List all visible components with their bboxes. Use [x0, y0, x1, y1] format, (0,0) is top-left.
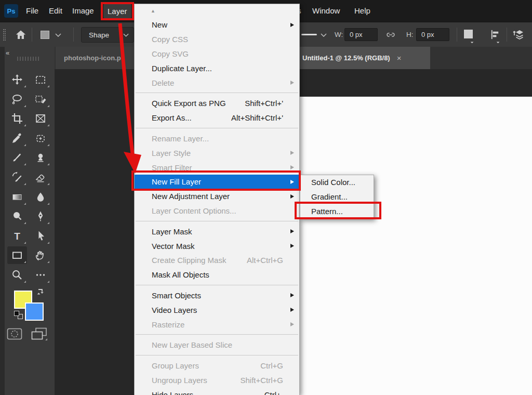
menu-item-label: Vector Mask: [152, 242, 195, 251]
submenu-item-pattern[interactable]: Pattern...: [300, 204, 374, 219]
menu-item-group-layers[interactable]: Group LayersCtrl+G: [135, 359, 299, 373]
crop-tool[interactable]: [7, 110, 27, 127]
hand-tool[interactable]: [31, 246, 50, 264]
lasso-tool[interactable]: [7, 90, 27, 108]
flyout-indicator: [47, 183, 49, 185]
home-icon[interactable]: [15, 29, 27, 41]
default-colors-icon[interactable]: [14, 311, 19, 316]
menu-item-copy-css[interactable]: Copy CSS: [135, 32, 299, 47]
menu-scroll-up-icon[interactable]: ▲: [135, 4, 299, 18]
menu-item-new-layer-based-slice[interactable]: New Layer Based Slice: [135, 338, 299, 352]
menu-item-hide-layers[interactable]: Hide LayersCtrl+,: [135, 387, 299, 395]
menu-item-duplicate-layer[interactable]: Duplicate Layer...: [135, 61, 299, 75]
tool-mode-select[interactable]: Shape: [81, 27, 134, 43]
menubar-item-image[interactable]: Image: [72, 0, 94, 22]
flyout-indicator: [24, 144, 26, 146]
chevron-down-icon[interactable]: [321, 33, 327, 37]
gradient-tool[interactable]: [7, 188, 27, 206]
menu-item-layer-mask[interactable]: Layer Mask: [135, 224, 299, 239]
document-canvas[interactable]: [300, 97, 532, 395]
clone-stamp-tool[interactable]: [31, 149, 50, 166]
width-input[interactable]: 0 px: [344, 28, 378, 41]
menu-item-rasterize[interactable]: Rasterize: [135, 317, 299, 332]
zoom-tool[interactable]: [7, 266, 27, 284]
menu-item-new-fill-layer[interactable]: New Fill Layer: [135, 175, 299, 189]
healing-tool[interactable]: [31, 129, 50, 147]
history-brush-tool-icon: [11, 171, 23, 183]
separator: [507, 28, 507, 42]
dodge-tool-icon: [11, 210, 23, 222]
eraser-tool[interactable]: [31, 168, 50, 186]
collapse-panel-icon[interactable]: «: [6, 49, 10, 57]
menu-item-rename-layer[interactable]: Rename Layer...: [135, 131, 299, 146]
more-tools-icon: [34, 269, 47, 281]
menu-item-create-clipping-mask[interactable]: Create Clipping MaskAlt+Ctrl+G: [135, 253, 299, 268]
menu-item-delete[interactable]: Delete: [135, 75, 299, 90]
menu-item-shortcut: Alt+Ctrl+G: [247, 256, 283, 265]
layer-menu: ▲ NewCopy CSSCopy SVGDuplicate Layer...D…: [134, 4, 300, 395]
stroke-width-icon[interactable]: [301, 34, 317, 35]
menu-item-label: Rename Layer...: [152, 134, 209, 143]
menu-separator: [136, 93, 298, 93]
menu-item-label: Smart Objects: [152, 291, 201, 300]
separator: [73, 28, 74, 42]
path-operations-icon[interactable]: [464, 30, 473, 38]
height-label: H:: [406, 22, 414, 47]
tab-label: Untitled-1 @ 12.5% (RGB/8): [302, 54, 390, 62]
eyedropper-tool[interactable]: [7, 129, 27, 147]
menu-item-mask-all-objects[interactable]: Mask All Objects: [135, 268, 299, 282]
more-tools[interactable]: [31, 266, 50, 284]
quick-mask-icon[interactable]: [7, 328, 22, 340]
menubar-item-help[interactable]: Help: [354, 0, 370, 22]
frame-tool[interactable]: [31, 110, 50, 127]
tab-close-icon[interactable]: ×: [397, 54, 402, 62]
menu-item-label: Quick Export as PNG: [152, 99, 226, 108]
blur-tool[interactable]: [31, 188, 50, 206]
menu-item-label: Hide Layers: [152, 390, 193, 395]
menu-item-video-layers[interactable]: Video Layers: [135, 302, 299, 317]
menubar-item-window[interactable]: Window: [312, 0, 340, 22]
move-tool-icon: [11, 73, 23, 86]
submenu-item-gradient[interactable]: Gradient...: [300, 190, 374, 204]
menu-item-layer-content-options[interactable]: Layer Content Options...: [135, 204, 299, 218]
menu-item-new-adjustment-layer[interactable]: New Adjustment Layer: [135, 189, 299, 204]
screen-mode-icon[interactable]: [31, 327, 48, 341]
menubar-item-file[interactable]: File: [26, 0, 38, 22]
link-dimensions-icon[interactable]: [385, 29, 396, 41]
marquee-tool[interactable]: [31, 71, 50, 88]
path-select-tool[interactable]: [31, 227, 50, 245]
menu-item-export-as[interactable]: Export As...Alt+Shift+Ctrl+': [135, 111, 299, 125]
menu-item-layer-style[interactable]: Layer Style: [135, 146, 299, 160]
background-color-swatch[interactable]: [25, 302, 44, 321]
menu-item-shortcut: Alt+Shift+Ctrl+': [231, 113, 283, 122]
history-brush-tool[interactable]: [7, 168, 27, 186]
menu-item-vector-mask[interactable]: Vector Mask: [135, 239, 299, 253]
menu-separator: [136, 128, 298, 128]
menubar-item-edit[interactable]: Edit: [49, 0, 62, 22]
dodge-tool[interactable]: [7, 207, 27, 225]
swap-colors-icon[interactable]: [36, 287, 46, 297]
menu-separator: [136, 355, 298, 356]
menu-item-quick-export-as-png[interactable]: Quick Export as PNGShift+Ctrl+': [135, 96, 299, 111]
panel-grip[interactable]: [17, 57, 39, 61]
rectangle-tool-icon: [11, 249, 23, 261]
move-tool[interactable]: [7, 71, 27, 88]
menu-item-smart-filter[interactable]: Smart Filter: [135, 160, 299, 175]
arrange-layers-icon[interactable]: [512, 28, 525, 42]
menu-item-ungroup-layers[interactable]: Ungroup LayersShift+Ctrl+G: [135, 373, 299, 388]
object-selection-tool[interactable]: [31, 90, 50, 108]
menubar-item-layer[interactable]: Layer: [103, 4, 131, 18]
submenu-item-solid-color[interactable]: Solid Color...: [300, 175, 374, 190]
chevron-down-icon[interactable]: [55, 33, 61, 37]
height-input[interactable]: 0 px: [416, 28, 449, 41]
photoshop-logo[interactable]: Ps: [4, 4, 18, 18]
menu-item-label: New Adjustment Layer: [152, 192, 230, 201]
menu-item-new[interactable]: New: [135, 18, 299, 32]
type-tool[interactable]: T: [7, 227, 27, 245]
menu-item-copy-svg[interactable]: Copy SVG: [135, 47, 299, 61]
brush-tool[interactable]: [7, 149, 27, 166]
rectangle-tool[interactable]: [7, 246, 27, 264]
pen-tool[interactable]: [31, 207, 50, 225]
menu-item-smart-objects[interactable]: Smart Objects: [135, 288, 299, 303]
tool-preset-icon[interactable]: [41, 31, 49, 39]
